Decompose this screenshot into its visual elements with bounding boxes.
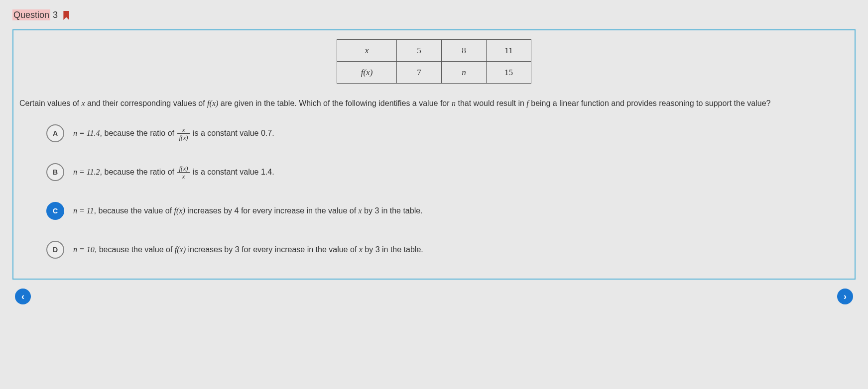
table-row: f(x) 7 n 15	[337, 62, 531, 84]
prev-button[interactable]: ‹	[15, 289, 31, 304]
table-row: x 5 8 11	[337, 40, 531, 62]
choice-d[interactable]: D n = 10, because the value of f(x) incr…	[46, 241, 850, 259]
choice-bubble-a: A	[46, 124, 64, 142]
choice-bubble-b: B	[46, 163, 64, 181]
question-header: Question 3	[12, 10, 856, 20]
bookmark-icon[interactable]	[63, 11, 70, 20]
next-button[interactable]: ›	[837, 289, 853, 304]
chevron-left-icon: ‹	[21, 292, 24, 302]
choice-a[interactable]: A n = 11.4, because the ratio of xf(x) i…	[46, 124, 850, 142]
answer-choices: A n = 11.4, because the ratio of xf(x) i…	[18, 124, 850, 259]
choice-text: n = 11.4, because the ratio of xf(x) is …	[73, 126, 274, 141]
nav-row: ‹ ›	[12, 289, 856, 304]
choice-b[interactable]: B n = 11.2, because the ratio of f(x)x i…	[46, 163, 850, 181]
chevron-right-icon: ›	[844, 292, 847, 302]
fraction-icon: xf(x)	[177, 126, 189, 141]
choice-c[interactable]: C n = 11, because the value of f(x) incr…	[46, 202, 850, 220]
choice-text: n = 11, because the value of f(x) increa…	[73, 205, 423, 216]
data-table: x 5 8 11 f(x) 7 n 15	[337, 39, 531, 84]
choice-bubble-c: C	[46, 202, 64, 220]
fraction-icon: f(x)x	[177, 165, 189, 180]
question-card: x 5 8 11 f(x) 7 n 15 Certain values of x…	[12, 29, 856, 280]
choice-text: n = 10, because the value of f(x) increa…	[73, 244, 423, 255]
choice-text: n = 11.2, because the ratio of f(x)x is …	[73, 165, 274, 180]
question-number-label: Question 3	[12, 10, 58, 20]
question-stem: Certain values of x and their correspond…	[18, 97, 850, 109]
choice-bubble-d: D	[46, 241, 64, 259]
